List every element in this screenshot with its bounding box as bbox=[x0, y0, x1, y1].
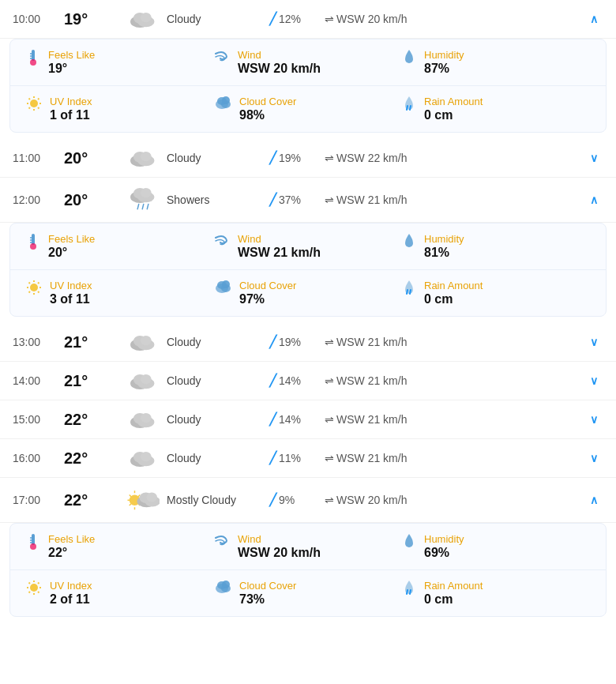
weather-icon bbox=[119, 147, 167, 169]
wind-cell: Wind WSW 20 km/h bbox=[214, 49, 402, 76]
precip-slash-icon: ╱ bbox=[269, 335, 276, 349]
uv-label: UV Index bbox=[50, 280, 92, 291]
chevron-down-icon bbox=[590, 374, 598, 387]
svg-point-5 bbox=[30, 59, 36, 66]
cloud-cover-cell: Cloud Cover 98% bbox=[214, 96, 402, 122]
cloud-cover-value: 73% bbox=[239, 592, 296, 607]
expand-button[interactable] bbox=[584, 152, 603, 164]
uv-icon bbox=[26, 96, 42, 115]
expand-button[interactable] bbox=[584, 13, 603, 25]
svg-point-58 bbox=[141, 336, 152, 345]
precip-slash-icon: ╱ bbox=[269, 412, 276, 427]
svg-line-103 bbox=[410, 590, 411, 594]
humidity-label: Humidity bbox=[424, 233, 464, 245]
hour-row-1400[interactable]: 14:00 21° Cloudy ╱ 14% ⇌ WSW 21 km/h bbox=[0, 362, 616, 400]
wind-detail-icon bbox=[214, 233, 230, 250]
detail-row-bottom: UV Index 3 of 11 Cloud Cover 97% bbox=[10, 269, 606, 316]
svg-line-45 bbox=[29, 283, 31, 284]
hour-temp: 22° bbox=[64, 411, 119, 429]
expand-button[interactable] bbox=[584, 374, 603, 387]
humidity-value: 87% bbox=[424, 62, 464, 76]
svg-line-46 bbox=[38, 291, 39, 293]
wind-label: Wind bbox=[238, 533, 321, 545]
hour-row-1700[interactable]: 17:00 22° Mostly Cloudy ╱ 9% ⇌ WSW 20 km… bbox=[0, 478, 616, 523]
chevron-up-icon bbox=[590, 494, 598, 506]
chevron-down-icon bbox=[590, 336, 598, 348]
detail-row-top: Feels Like 20° Wind WSW 21 km/h bbox=[10, 224, 606, 269]
wind-label: Wind bbox=[238, 49, 321, 61]
precip-slash-icon: ╱ bbox=[269, 151, 276, 165]
hour-temp: 22° bbox=[64, 449, 119, 468]
wind-arrows-icon: ⇌ bbox=[325, 194, 334, 206]
expand-button[interactable] bbox=[584, 336, 603, 348]
hour-row-1000[interactable]: 10:00 19° Cloudy ╱ 12% ⇌ WSW 20 km/h bbox=[0, 0, 616, 39]
hour-condition: Cloudy bbox=[167, 413, 269, 426]
detail-panel-1200: Feels Like 20° Wind WSW 21 km/h bbox=[9, 223, 607, 317]
cloud-cover-icon bbox=[214, 580, 231, 597]
humidity-icon bbox=[402, 49, 416, 70]
hour-row-1200[interactable]: 12:00 20° Showers ╱ 37% ⇌ WSW 21 km/h bbox=[0, 178, 616, 223]
svg-point-40 bbox=[30, 284, 38, 291]
weather-icon bbox=[119, 486, 167, 514]
svg-line-53 bbox=[407, 290, 408, 294]
wind-arrows-icon: ⇌ bbox=[325, 374, 334, 387]
hour-row-1300[interactable]: 13:00 21° Cloudy ╱ 19% ⇌ WSW 21 km/h bbox=[0, 323, 616, 362]
thermometer-icon bbox=[26, 533, 40, 554]
wind-arrows-icon: ⇌ bbox=[325, 452, 334, 464]
svg-line-102 bbox=[407, 590, 408, 594]
weather-icon bbox=[119, 186, 167, 214]
uv-value: 1 of 11 bbox=[50, 108, 92, 122]
rain-amount-value: 0 cm bbox=[424, 108, 483, 122]
hour-row-1100[interactable]: 11:00 20° Cloudy ╱ 19% ⇌ WSW 22 km/h bbox=[0, 139, 616, 178]
expand-button[interactable] bbox=[584, 452, 603, 464]
svg-line-33 bbox=[142, 205, 144, 209]
hour-precip: ╱ 12% bbox=[269, 12, 325, 26]
precip-slash-icon: ╱ bbox=[269, 12, 276, 26]
humidity-label: Humidity bbox=[424, 49, 464, 61]
humidity-cell: Humidity 87% bbox=[402, 49, 590, 76]
humidity-label: Humidity bbox=[424, 533, 464, 545]
expand-button[interactable] bbox=[584, 494, 603, 506]
uv-value: 3 of 11 bbox=[50, 292, 92, 306]
cloud-cover-label: Cloud Cover bbox=[239, 580, 296, 592]
hour-row-1600[interactable]: 16:00 22° Cloudy ╱ 11% ⇌ WSW 21 km/h bbox=[0, 439, 616, 478]
humidity-cell: Humidity 81% bbox=[402, 233, 590, 260]
uv-cell: UV Index 3 of 11 bbox=[26, 280, 214, 306]
svg-line-32 bbox=[137, 205, 139, 209]
hour-time: 17:00 bbox=[13, 494, 64, 506]
expand-button[interactable] bbox=[584, 194, 603, 206]
svg-line-15 bbox=[38, 107, 39, 109]
cloud-cover-icon bbox=[214, 96, 231, 113]
uv-label: UV Index bbox=[50, 580, 92, 592]
hour-temp: 19° bbox=[64, 10, 119, 28]
feels-like-value: 19° bbox=[48, 62, 95, 76]
rain-amount-value: 0 cm bbox=[424, 292, 483, 306]
hour-row-1500[interactable]: 15:00 22° Cloudy ╱ 14% ⇌ WSW 21 km/h bbox=[0, 400, 616, 439]
uv-icon bbox=[26, 580, 42, 599]
hour-temp: 20° bbox=[64, 149, 119, 167]
chevron-down-icon bbox=[590, 152, 598, 164]
expand-button[interactable] bbox=[584, 413, 603, 426]
precip-slash-icon: ╱ bbox=[269, 193, 276, 207]
svg-point-36 bbox=[30, 243, 36, 250]
svg-line-96 bbox=[29, 592, 31, 593]
humidity-value: 81% bbox=[424, 246, 464, 260]
hour-condition: Cloudy bbox=[167, 13, 269, 25]
svg-point-83 bbox=[147, 493, 158, 502]
hour-precip: ╱ 19% bbox=[269, 151, 325, 165]
humidity-cell: Humidity 69% bbox=[402, 533, 590, 560]
wind-value: WSW 21 km/h bbox=[238, 246, 321, 260]
weather-icon bbox=[119, 408, 167, 430]
detail-row-bottom: UV Index 1 of 11 Cloud Cover 98% bbox=[10, 85, 606, 132]
hour-time: 12:00 bbox=[13, 194, 64, 206]
hour-temp: 21° bbox=[64, 372, 119, 390]
svg-point-52 bbox=[222, 280, 230, 288]
wind-label: Wind bbox=[238, 233, 321, 245]
svg-point-70 bbox=[141, 452, 152, 461]
hour-wind: ⇌ WSW 21 km/h bbox=[325, 374, 584, 387]
svg-point-85 bbox=[30, 543, 36, 550]
rain-amount-icon bbox=[402, 580, 416, 600]
wind-detail-icon bbox=[214, 49, 230, 66]
hour-wind: ⇌ WSW 22 km/h bbox=[325, 152, 584, 164]
rain-amount-icon bbox=[402, 280, 416, 300]
